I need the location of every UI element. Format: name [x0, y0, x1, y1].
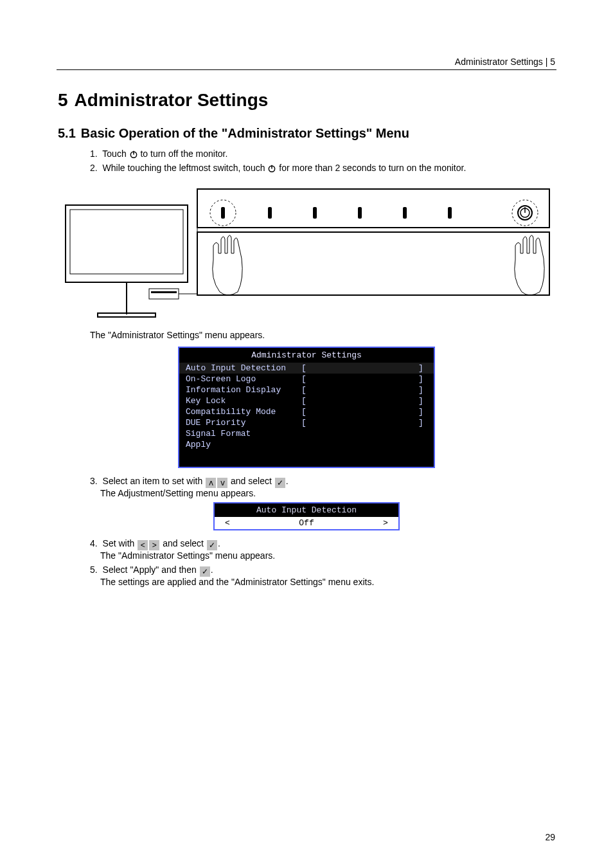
step-subtext: The settings are applied and the "Admini… [100, 577, 555, 587]
step-subtext: The Adjustment/Setting menu appears. [100, 488, 555, 498]
steps-list: 1. Touch to turn off the monitor. 2. Whi… [90, 149, 555, 173]
header-rule [57, 69, 556, 70]
step-number: 3. [90, 476, 98, 486]
menu-value [310, 407, 418, 417]
menu-label: Apply [186, 440, 301, 449]
figure-caption: The "Administrator Settings" menu appear… [90, 330, 555, 340]
admin-settings-menu: Administrator Settings Auto Input Detect… [178, 347, 435, 468]
step-1: 1. Touch to turn off the monitor. [90, 149, 555, 159]
menu-label: On-Screen Logo [186, 374, 301, 384]
menu-label: Compatibility Mode [186, 407, 301, 417]
submenu-title: Auto Input Detection [215, 503, 398, 517]
bracket: [ [301, 385, 310, 395]
up-button-icon: ᴧ [206, 478, 216, 488]
menu-row: DUE Priority [ ] [179, 417, 434, 428]
bracket: [ [301, 418, 310, 428]
page-number: 29 [545, 832, 555, 842]
right-arrow-icon: > [373, 518, 398, 528]
step-3: 3. Select an item to set with ᴧᴠ and sel… [90, 476, 555, 498]
step-number: 1. [90, 149, 98, 159]
step-text: Select "Apply" and then [103, 565, 199, 575]
section-number: 5.1 [58, 126, 76, 140]
bracket [418, 429, 427, 439]
steps-list-cont2: 4. Set with <> and select ✓. The "Admini… [90, 538, 555, 587]
step-number: 2. [90, 163, 98, 173]
bracket: [ [301, 374, 310, 384]
right-button-icon: > [149, 540, 159, 550]
menu-value [310, 396, 418, 406]
section-heading: 5.1Basic Operation of the "Administrator… [58, 126, 555, 141]
bracket: ] [418, 385, 427, 395]
check-button-icon: ✓ [207, 540, 217, 550]
menu-row: Signal Format [179, 428, 434, 439]
bracket: ] [418, 396, 427, 406]
svg-rect-9 [151, 291, 177, 293]
step-text: Set with [103, 538, 138, 548]
menu-label: Information Display [186, 385, 301, 395]
step-subtext: The "Administrator Settings" menu appear… [100, 550, 555, 561]
bracket: ] [418, 418, 427, 428]
check-button-icon: ✓ [275, 478, 285, 488]
step-text: . [218, 538, 220, 548]
step-text: and select [163, 538, 206, 548]
step-5: 5. Select "Apply" and then ✓. The settin… [90, 565, 555, 587]
bracket [301, 440, 310, 449]
step-text: While touching the leftmost switch, touc… [103, 163, 268, 173]
menu-row: Key Lock [ ] [179, 395, 434, 406]
menu-row: Compatibility Mode [ ] [179, 406, 434, 417]
bracket [301, 429, 310, 439]
submenu-value: Off [240, 518, 373, 528]
svg-rect-13 [221, 207, 225, 219]
left-arrow-icon: < [215, 518, 240, 528]
menu-row: Apply [179, 439, 434, 450]
menu-label: Key Lock [186, 396, 301, 406]
down-button-icon: ᴠ [217, 478, 227, 488]
power-icon [129, 150, 138, 159]
menu-title: Administrator Settings [179, 348, 434, 363]
menu-value [310, 363, 418, 373]
menu-value [310, 440, 418, 449]
bracket: [ [301, 396, 310, 406]
bracket: [ [301, 363, 310, 373]
step-text: and select [231, 476, 274, 486]
step-number: 5. [90, 565, 98, 575]
check-button-icon: ✓ [200, 566, 210, 577]
menu-row: On-Screen Logo [ ] [179, 374, 434, 384]
step-text: for more than 2 seconds to turn on the m… [279, 163, 466, 173]
step-text: to turn off the monitor. [140, 149, 227, 159]
svg-rect-17 [403, 207, 407, 219]
chapter-heading: 5Administrator Settings [58, 90, 555, 111]
chapter-title: Administrator Settings [75, 90, 269, 110]
svg-rect-18 [448, 207, 452, 219]
power-icon [267, 164, 276, 173]
bracket: ] [418, 407, 427, 417]
svg-rect-11 [197, 232, 549, 295]
menu-value [310, 429, 418, 439]
adjustment-setting-menu: Auto Input Detection < Off > [213, 502, 400, 530]
svg-rect-8 [149, 289, 179, 299]
step-4: 4. Set with <> and select ✓. The "Admini… [90, 538, 555, 561]
left-button-icon: < [138, 540, 148, 550]
svg-rect-16 [358, 207, 362, 219]
svg-rect-14 [268, 207, 272, 219]
svg-rect-7 [98, 313, 155, 317]
step-number: 4. [90, 538, 98, 548]
menu-label: DUE Priority [186, 418, 301, 428]
step-text: . [286, 476, 289, 486]
bracket: [ [301, 407, 310, 417]
bracket: ] [418, 374, 427, 384]
menu-row: Information Display [ ] [179, 384, 434, 395]
menu-value [310, 385, 418, 395]
menu-label: Auto Input Detection [186, 363, 301, 373]
bracket [418, 440, 427, 449]
monitor-illustration [62, 186, 551, 323]
menu-label: Signal Format [186, 429, 301, 439]
svg-rect-15 [313, 207, 317, 219]
step-text: Touch [102, 149, 129, 159]
step-2: 2. While touching the leftmost switch, t… [90, 163, 555, 173]
svg-rect-5 [70, 210, 183, 274]
page-header: Administrator Settings | 5 [455, 57, 555, 67]
steps-list-cont: 3. Select an item to set with ᴧᴠ and sel… [90, 476, 555, 498]
bracket: ] [418, 363, 427, 373]
chapter-number: 5 [58, 90, 68, 110]
